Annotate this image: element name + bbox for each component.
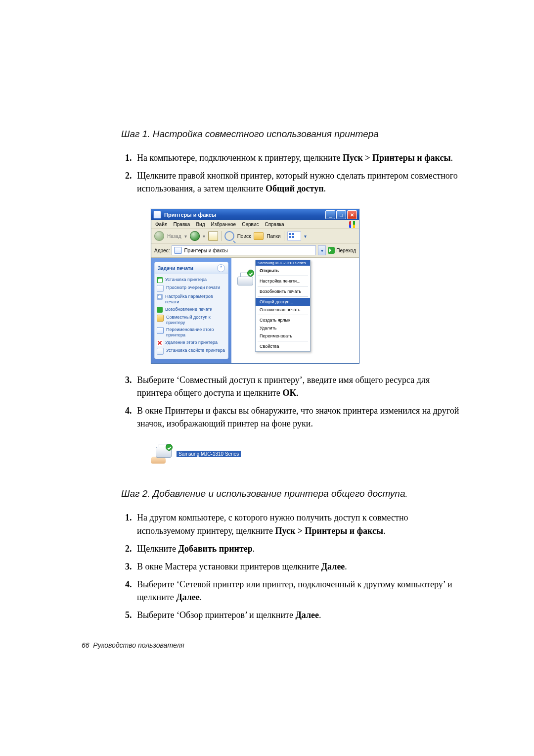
ctx-sep (258, 315, 308, 315)
go-label: Переход (336, 248, 356, 253)
task-label: Установка свойств принтера (166, 348, 225, 353)
text: . (451, 153, 453, 163)
ctx-share[interactable]: Общий доступ... (256, 298, 310, 306)
step2-item: На другом компьютере, с которого нужно п… (134, 511, 465, 537)
menu-edit[interactable]: Правка (174, 222, 190, 227)
text: Щелкните (137, 544, 178, 554)
separator (221, 231, 222, 241)
separator (284, 231, 284, 241)
menu-view[interactable]: Вид (196, 222, 205, 227)
content-pane: Samsung MJC-1310 Series Открыть Настройк… (231, 258, 359, 363)
printer-icon[interactable] (236, 273, 253, 286)
text: . (296, 388, 299, 398)
menu-favorites[interactable]: Избранное (211, 222, 236, 227)
task-share[interactable]: Совместный доступ к принтеру (157, 314, 226, 327)
bold-text: Далее (176, 592, 200, 602)
step1-item: Щелкните правой кнопкой принтер, который… (134, 169, 465, 195)
menu-help[interactable]: Справка (265, 222, 284, 227)
address-input[interactable]: Принтеры и факсы (172, 245, 316, 255)
ctx-props[interactable]: Свойства (256, 342, 310, 350)
task-label: Совместный доступ к принтеру (166, 315, 226, 326)
up-button[interactable] (208, 231, 218, 241)
close-button[interactable]: ✕ (347, 210, 357, 219)
ctx-shortcut[interactable]: Создать ярлык (256, 316, 310, 324)
shared-printer-label: Samsung MJC-1310 Series (177, 451, 241, 457)
share-icon (157, 315, 164, 322)
task-label: Установка принтера (165, 277, 207, 283)
folders-icon[interactable] (254, 232, 264, 240)
text: . (319, 610, 321, 620)
tasks-title: Задачи печати (158, 266, 193, 271)
ctx-resume[interactable]: Возобновить печать (256, 287, 310, 295)
task-props[interactable]: Установка свойств принтера (157, 347, 226, 356)
tasks-list: Установка принтера Просмотр очереди печа… (155, 274, 228, 359)
fwd-dd[interactable]: ▾ (203, 234, 205, 239)
text: . (345, 562, 347, 571)
page-footer: 66 Руководство пользователя (82, 641, 465, 649)
ctx-sep (258, 296, 308, 297)
tasks-pane: Задачи печати ˄ Установка принтера Просм… (151, 258, 231, 363)
task-prefs[interactable]: Настройка параметров печати (157, 293, 226, 306)
context-menu: Samsung MJC-1310 Series Открыть Настройк… (255, 260, 311, 352)
views-button[interactable] (287, 231, 301, 241)
maximize-button[interactable]: □ (336, 210, 346, 219)
tasks-heading[interactable]: Задачи печати ˄ (155, 262, 228, 274)
task-label: Переименование этого принтера (166, 327, 226, 338)
folders-label[interactable]: Папки (267, 234, 280, 239)
titlebar: Принтеры и факсы _ □ ✕ (151, 209, 359, 220)
bold-text: OK (282, 388, 296, 398)
ctx-delete[interactable]: Удалить (256, 324, 310, 332)
bold-text: Общий доступ (266, 184, 324, 193)
resume-icon (157, 307, 163, 313)
text: На компьютере, подключенном к принтеру, … (137, 153, 343, 163)
step2-heading: Шаг 2. Добавление и использование принте… (121, 488, 465, 499)
task-label: Возобновление печати (165, 307, 213, 312)
props-icon (157, 348, 164, 355)
ctx-open[interactable]: Открыть (256, 267, 310, 275)
delete-icon (157, 340, 163, 346)
step2-item: Щелкните Добавить принтер. (134, 542, 465, 555)
ctx-printer-name: Samsung MJC-1310 Series (256, 260, 310, 266)
address-value: Принтеры и факсы (184, 248, 227, 253)
menu-tools[interactable]: Сервис (242, 222, 259, 227)
menubar: Файл Правка Вид Избранное Сервис Справка (151, 220, 359, 229)
toolbar: Назад ▾ ▾ Поиск Папки ▾ (151, 229, 359, 243)
step2-list: На другом компьютере, с которого нужно п… (121, 511, 465, 621)
ctx-rename[interactable]: Переименовать (256, 332, 310, 340)
bold-text: Пуск > Принтеры и факсы (275, 526, 384, 536)
task-label: Просмотр очереди печати (166, 285, 220, 290)
text: . (200, 592, 202, 602)
window-icon (153, 211, 161, 219)
ctx-sep (258, 286, 308, 286)
go-button[interactable]: Переход (328, 247, 356, 254)
task-delete[interactable]: Удаление этого принтера (157, 339, 226, 347)
back-label: Назад (167, 234, 181, 239)
back-button[interactable] (154, 231, 164, 241)
views-dd[interactable]: ▾ (304, 234, 307, 239)
forward-button[interactable] (190, 231, 200, 241)
address-label: Адрес: (154, 248, 170, 253)
search-label[interactable]: Поиск (237, 234, 251, 239)
step2-item: В окне Мастера установки принтеров щелкн… (134, 560, 465, 573)
task-rename[interactable]: Переименование этого принтера (157, 326, 226, 339)
ctx-prefs[interactable]: Настройка печати... (256, 277, 310, 285)
address-dropdown[interactable]: ▾ (318, 245, 326, 255)
bold-text: Далее (295, 610, 319, 620)
menu-file[interactable]: Файл (155, 222, 168, 227)
default-check-icon (247, 270, 254, 277)
ctx-offline[interactable]: Отложенная печать (256, 306, 310, 314)
task-install[interactable]: Установка принтера (157, 276, 226, 284)
step2-item: Выберите ‘Сетевой принтер или принтер, п… (134, 578, 465, 604)
queue-icon (157, 285, 164, 292)
collapse-icon[interactable]: ˄ (217, 264, 225, 272)
task-resume[interactable]: Возобновление печати (157, 306, 226, 314)
prefs-icon (157, 294, 163, 300)
search-icon[interactable] (224, 231, 234, 241)
text: . (383, 526, 386, 536)
minimize-button[interactable]: _ (325, 210, 335, 219)
bold-text: Добавить принтер (178, 544, 253, 554)
back-dd[interactable]: ▾ (184, 234, 187, 239)
task-queue[interactable]: Просмотр очереди печати (157, 284, 226, 293)
page-number: 66 (82, 641, 89, 649)
address-icon (174, 247, 182, 254)
